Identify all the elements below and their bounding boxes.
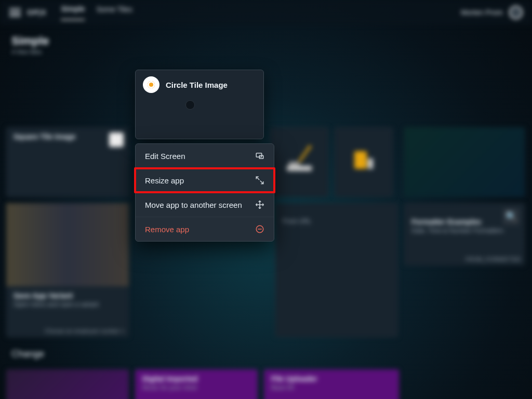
tile-subtitle: Date, Time & Number Formatters bbox=[404, 227, 525, 234]
move-icon bbox=[255, 200, 264, 209]
menu-label: Resize app bbox=[145, 176, 184, 185]
user-name[interactable]: Morten Prom bbox=[461, 8, 503, 17]
tile-subtitle: Music for your mind bbox=[135, 384, 258, 391]
tab-simple[interactable]: Simple bbox=[61, 5, 85, 20]
app-header: OP|X Simple Some Tiles Morten Prom bbox=[0, 0, 532, 25]
menu-resize-app[interactable]: Resize app bbox=[136, 168, 274, 192]
tile-subtitle: From URL bbox=[275, 218, 398, 225]
tile-digital[interactable]: Digital Imported Music for your mind ♫ bbox=[135, 369, 258, 399]
circle-thumbnail bbox=[143, 76, 159, 93]
menu-label: Move app to another screen bbox=[145, 201, 242, 209]
menu-remove-app[interactable]: Remove app bbox=[136, 217, 274, 241]
menu-label: Edit Screen bbox=[145, 152, 185, 161]
tile-square-image[interactable]: Square Tile Image bbox=[6, 127, 129, 197]
tile-grid: Square Tile Image Save App Variant Open … bbox=[0, 58, 532, 66]
remove-icon bbox=[255, 224, 264, 234]
tile-save-variant[interactable]: Save App Variant Open menu and save a va… bbox=[6, 203, 129, 337]
tile-formatter[interactable]: Formatter Examples Date, Time & Number F… bbox=[404, 203, 525, 265]
preview-dot bbox=[185, 100, 195, 110]
svg-point-2 bbox=[308, 145, 311, 149]
tile-title: Digital Imported bbox=[135, 369, 258, 384]
tile-collage bbox=[6, 203, 129, 286]
svg-rect-3 bbox=[354, 151, 367, 169]
tile-title: File Uploader bbox=[264, 369, 399, 384]
tile-uploader[interactable]: File Uploader Base 64 bbox=[264, 369, 399, 399]
tile-machine-1[interactable] bbox=[270, 127, 328, 197]
tile-footer[interactable]: Choose an employee number > bbox=[45, 328, 125, 334]
resize-icon bbox=[255, 176, 264, 185]
crane-icon bbox=[284, 143, 315, 174]
brand-label: OP|X bbox=[27, 8, 46, 17]
svg-rect-1 bbox=[289, 162, 299, 166]
page-heading: Simple A few tiles bbox=[0, 25, 532, 58]
tile-title: Circle Tile Image bbox=[166, 81, 228, 89]
avatar[interactable] bbox=[509, 6, 523, 19]
tile-corner-label: FROM_FORMATTER bbox=[466, 256, 521, 262]
page-title: Simple bbox=[11, 34, 521, 48]
tile-banner[interactable] bbox=[404, 127, 525, 197]
page-subtitle: A few tiles bbox=[11, 48, 521, 56]
section-change-label: Change bbox=[11, 349, 44, 360]
tile-machine-2[interactable] bbox=[335, 127, 393, 197]
svg-rect-0 bbox=[287, 166, 312, 171]
tab-some-tiles[interactable]: Some Tiles bbox=[96, 5, 132, 20]
menu-label: Remove app bbox=[145, 225, 189, 234]
tile-subtitle: Base 64 bbox=[264, 384, 399, 391]
svg-rect-4 bbox=[368, 158, 373, 169]
tile-title: Save App Variant bbox=[6, 286, 129, 301]
menu-move-app[interactable]: Move app to another screen bbox=[136, 192, 274, 217]
context-menu: Edit Screen Resize app Move app to anoth… bbox=[135, 143, 274, 242]
screen-icon bbox=[255, 151, 264, 161]
tile-thumbnail bbox=[109, 132, 124, 147]
tile-circle-image[interactable]: Circle Tile Image bbox=[135, 70, 264, 139]
magnifier-icon: 🔍 bbox=[503, 208, 520, 225]
menu-edit-screen[interactable]: Edit Screen bbox=[136, 144, 274, 168]
tile-purple-1[interactable] bbox=[6, 369, 129, 399]
tile-from-url[interactable]: From URL bbox=[275, 203, 398, 337]
tile-subtitle: Open menu and save a variant bbox=[6, 301, 129, 308]
menu-icon[interactable] bbox=[9, 8, 21, 17]
container-icon bbox=[348, 143, 379, 174]
